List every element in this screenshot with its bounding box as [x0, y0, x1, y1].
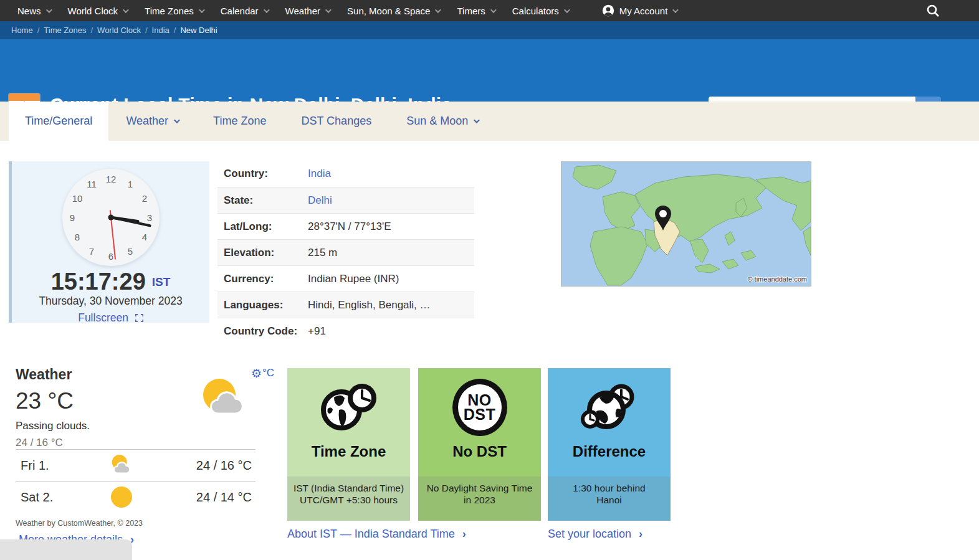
- weather-condition: Passing clouds.: [16, 420, 274, 432]
- forecast-row-friday: Fri 1. 24 / 16 °C: [16, 449, 255, 481]
- nav-item-weather[interactable]: Weather: [277, 0, 338, 21]
- table-row: Currency:Indian Rupee (INR): [217, 265, 474, 292]
- nav-item-world-clock[interactable]: World Clock: [59, 0, 136, 21]
- minute-hand: [111, 216, 151, 227]
- analog-clock: 12 1 2 3 4 5 6 7 8 9 10 11: [62, 169, 160, 266]
- tab-time-zone[interactable]: Time Zone: [196, 102, 284, 141]
- sun-cloud-icon: [197, 377, 249, 419]
- page: News World Clock Time Zones Calendar Wea…: [0, 0, 979, 560]
- overlay-banner: [0, 539, 132, 560]
- user-avatar-icon: [602, 4, 614, 17]
- no-dst-card-details: No Daylight Saving Time in 2023: [418, 477, 541, 521]
- nav-item-my-account[interactable]: My Account: [593, 0, 686, 21]
- nav-item-sun-moon-space[interactable]: Sun, Moon & Space: [338, 0, 448, 21]
- sun-cloud-icon: [93, 454, 150, 477]
- table-row: Languages:Hindi, English, Bengali, …: [217, 292, 474, 318]
- difference-card[interactable]: Difference 1:30 hour behind Hanoi: [548, 368, 671, 521]
- table-row: Country Code:+91: [217, 318, 474, 344]
- page-header: Current Local Time in New Delhi, Delhi, …: [0, 39, 979, 102]
- breadcrumb-world-clock[interactable]: World Clock: [95, 26, 143, 35]
- no-dst-icon: NO DST: [452, 378, 507, 437]
- nav-item-calendar[interactable]: Calendar: [212, 0, 277, 21]
- table-row: State:Delhi: [217, 187, 474, 213]
- world-map: © timeanddate.com: [561, 161, 811, 287]
- chevron-down-icon: [45, 7, 52, 13]
- tab-sun-moon[interactable]: Sun & Moon: [389, 102, 495, 141]
- nav-item-calculators[interactable]: Calculators: [504, 0, 577, 21]
- chevron-down-icon: [564, 7, 570, 13]
- timezone-abbreviation: IST: [152, 275, 171, 288]
- weather-section: Weather ⚙ °C 23 °C Passing clouds. 24 / …: [16, 366, 274, 528]
- temperature-unit-setting[interactable]: ⚙ °C: [251, 366, 274, 380]
- chevron-down-icon: [123, 7, 129, 13]
- globe-two-clocks-icon: [577, 378, 642, 437]
- breadcrumb-separator: /: [88, 26, 95, 35]
- fullscreen-icon: [135, 314, 143, 322]
- difference-card-details: 1:30 hour behind Hanoi: [548, 477, 671, 521]
- nav-item-news[interactable]: News: [9, 0, 59, 21]
- top-nav: News World Clock Time Zones Calendar Wea…: [0, 0, 979, 21]
- chevron-down-icon: [490, 7, 497, 13]
- tab-time-general[interactable]: Time/General: [9, 102, 108, 141]
- breadcrumb-time-zones[interactable]: Time Zones: [41, 26, 88, 35]
- country-link[interactable]: India: [308, 168, 331, 180]
- table-row: Lat/Long:28°37'N / 77°13'E: [217, 213, 474, 239]
- gear-icon: ⚙: [251, 366, 262, 380]
- high-low-temperature: 24 / 16 °C: [16, 437, 274, 449]
- tab-bar: Time/General Weather Time Zone DST Chang…: [0, 102, 979, 141]
- sun-icon: [93, 486, 150, 508]
- chevron-down-icon: [199, 7, 205, 13]
- breadcrumb-home[interactable]: Home: [9, 26, 36, 35]
- location-info-table: Country:India State:Delhi Lat/Long:28°37…: [217, 161, 474, 344]
- time-zone-card-details: IST (India Standard Time) UTC/GMT +5:30 …: [287, 477, 410, 521]
- nav-item-timers[interactable]: Timers: [448, 0, 503, 21]
- breadcrumb-separator: /: [36, 26, 42, 35]
- svg-text:© timeanddate.com: © timeanddate.com: [747, 275, 807, 283]
- chevron-down-icon: [325, 7, 332, 13]
- chevron-down-icon: [264, 7, 270, 13]
- digital-time: 15:17:29IST: [12, 268, 209, 295]
- forecast-row-saturday: Sat 2. 24 / 14 °C: [16, 481, 255, 513]
- chevron-down-icon: [174, 117, 180, 123]
- breadcrumb-india[interactable]: India: [150, 26, 172, 35]
- chevron-down-icon: [435, 7, 441, 13]
- about-ist-link[interactable]: About IST — India Standard Time ›: [287, 528, 466, 541]
- state-link[interactable]: Delhi: [308, 194, 332, 207]
- chevron-down-icon: [672, 7, 679, 13]
- table-row: Country:India: [217, 161, 474, 187]
- time-zone-card[interactable]: Time Zone IST (India Standard Time) UTC/…: [287, 368, 410, 521]
- chevron-down-icon: [474, 117, 480, 123]
- breadcrumb: Home / Time Zones / World Clock / India …: [0, 21, 979, 39]
- breadcrumb-separator: /: [172, 26, 178, 35]
- no-dst-card[interactable]: NO DST No DST No Daylight Saving Time in…: [418, 368, 541, 521]
- globe-clock-icon: [317, 378, 381, 437]
- clock-center-cap: [108, 215, 114, 221]
- current-date: Thursday, 30 November 2023: [12, 295, 209, 308]
- search-icon[interactable]: [925, 3, 940, 18]
- breadcrumb-separator: /: [143, 26, 150, 35]
- nav-item-time-zones[interactable]: Time Zones: [136, 0, 212, 21]
- table-row: Elevation:215 m: [217, 239, 474, 265]
- tab-weather[interactable]: Weather: [108, 102, 196, 141]
- breadcrumb-new-delhi: New Delhi: [178, 26, 219, 35]
- weather-credit: Weather by CustomWeather, © 2023: [16, 519, 274, 528]
- set-your-location-link[interactable]: Set your location ›: [548, 528, 642, 541]
- fullscreen-link[interactable]: Fullscreen: [12, 311, 209, 325]
- tab-dst-changes[interactable]: DST Changes: [284, 102, 389, 141]
- clock-widget: 12 1 2 3 4 5 6 7 8 9 10 11 15:17:29IST T…: [9, 161, 209, 323]
